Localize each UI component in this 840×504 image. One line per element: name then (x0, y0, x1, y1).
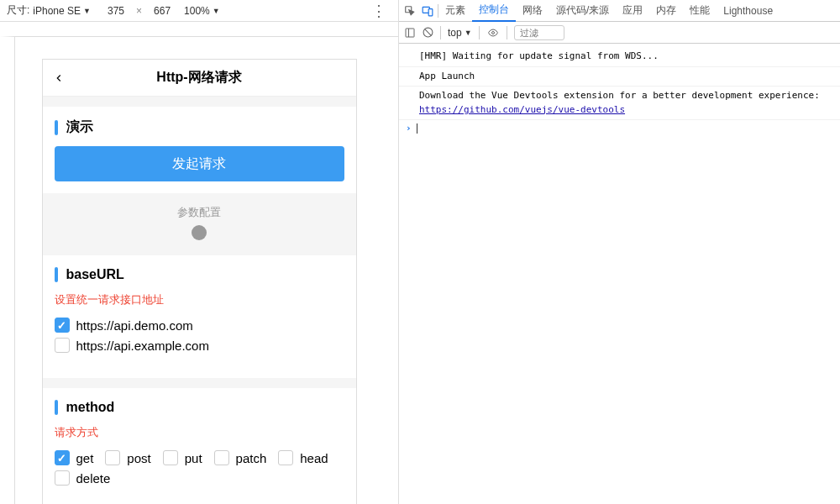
phone-frame: Http-网络请求 演示 发起请求 参数配置 (42, 59, 357, 504)
separator (440, 26, 441, 39)
tab-performance[interactable]: 性能 (683, 0, 717, 22)
separator (507, 26, 507, 39)
checkbox-icon[interactable] (214, 450, 229, 465)
console-toolbar: top ▼ (399, 22, 840, 44)
preview-area: Http-网络请求 演示 发起请求 参数配置 (0, 22, 398, 504)
params-divider: 参数配置 (43, 193, 356, 245)
drag-handle-icon[interactable] (192, 225, 207, 240)
inspect-icon[interactable] (404, 5, 421, 17)
section-accent (55, 120, 58, 135)
option-label: head (300, 451, 328, 465)
checkbox-icon[interactable] (55, 338, 70, 353)
tab-lighthouse[interactable]: Lighthouse (717, 0, 780, 22)
height-input[interactable]: 667 (154, 5, 171, 17)
filter-input[interactable] (514, 25, 564, 40)
method-section: method 请求方式 get post put patch head dele… (43, 388, 356, 504)
svg-line-6 (425, 29, 432, 36)
eye-icon[interactable] (486, 28, 500, 38)
back-icon[interactable] (53, 72, 65, 84)
log-line: Download the Vue Devtools extension for … (399, 87, 840, 120)
section-title: 演示 (66, 118, 93, 136)
svg-point-7 (491, 31, 494, 34)
checkbox-icon[interactable] (55, 318, 70, 333)
checkbox-icon[interactable] (163, 450, 178, 465)
width-input[interactable]: 375 (108, 5, 124, 17)
option-label: https://api.demo.com (76, 318, 193, 333)
send-request-button[interactable]: 发起请求 (55, 146, 344, 181)
prompt-caret-icon: › (406, 123, 412, 134)
device-toggle-icon[interactable] (421, 5, 438, 17)
device-select[interactable]: iPhone SE ▼ (33, 5, 91, 17)
svg-rect-2 (428, 8, 433, 15)
chevron-down-icon: ▼ (83, 7, 91, 15)
svg-rect-3 (406, 29, 414, 37)
sidebar-toggle-icon[interactable] (404, 28, 416, 38)
option-label: patch (236, 451, 267, 465)
x-separator: × (136, 5, 142, 17)
baseurl-section: baseURL 设置统一请求接口地址 https://api.demo.com … (43, 255, 356, 378)
checkbox-icon[interactable] (55, 470, 70, 486)
app-header: Http-网络请求 (43, 60, 356, 97)
section-accent (55, 400, 58, 415)
method-option[interactable]: post (105, 450, 150, 465)
method-option[interactable]: patch (214, 450, 267, 465)
zoom-select[interactable]: 100% ▼ (184, 5, 220, 17)
option-label: delete (76, 471, 111, 486)
demo-section: 演示 发起请求 (43, 107, 356, 193)
more-menu-icon[interactable]: ⋮ (366, 5, 391, 17)
chevron-down-icon: ▼ (213, 7, 220, 15)
option-label: post (127, 451, 150, 465)
log-line: App Launch (399, 67, 840, 87)
devtools-tabs: 元素 控制台 网络 源代码/来源 应用 内存 性能 Lighthouse (399, 0, 840, 22)
tab-application[interactable]: 应用 (616, 0, 649, 22)
section-subtitle: 请求方式 (55, 425, 344, 440)
cursor (417, 123, 417, 134)
console-output: [HMR] Waiting for update signal from WDS… (399, 44, 840, 504)
section-title: method (66, 400, 115, 415)
method-option[interactable]: put (163, 450, 202, 465)
section-accent (55, 267, 58, 282)
page-title: Http-网络请求 (43, 69, 356, 87)
baseurl-option[interactable]: https://api.example.com (55, 338, 209, 353)
baseurl-option[interactable]: https://api.demo.com (55, 318, 193, 333)
option-label: https://api.example.com (76, 339, 209, 353)
checkbox-icon[interactable] (278, 450, 293, 465)
log-link[interactable]: https://github.com/vuejs/vue-devtools (419, 104, 625, 115)
method-option[interactable]: get (55, 450, 94, 465)
tab-console[interactable]: 控制台 (472, 0, 516, 22)
clear-console-icon[interactable] (423, 27, 433, 38)
separator (479, 26, 480, 39)
option-label: get (76, 451, 94, 465)
checkbox-icon[interactable] (105, 450, 120, 465)
console-prompt[interactable]: › (399, 120, 840, 136)
size-label: 尺寸: (7, 3, 29, 18)
section-subtitle: 设置统一请求接口地址 (55, 292, 344, 307)
log-line: [HMR] Waiting for update signal from WDS… (399, 47, 840, 67)
option-label: put (185, 451, 202, 465)
chevron-down-icon: ▼ (465, 29, 472, 37)
checkbox-icon[interactable] (55, 450, 70, 465)
tab-elements[interactable]: 元素 (438, 0, 472, 22)
method-option[interactable]: delete (55, 470, 111, 486)
context-select[interactable]: top ▼ (448, 27, 472, 39)
method-option[interactable]: head (278, 450, 328, 465)
device-toolbar: 尺寸: iPhone SE ▼ 375 × 667 100% ▼ ⋮ (0, 0, 398, 22)
tab-network[interactable]: 网络 (516, 0, 549, 22)
section-title: baseURL (66, 267, 124, 282)
tab-memory[interactable]: 内存 (649, 0, 683, 22)
tab-sources[interactable]: 源代码/来源 (549, 0, 616, 22)
